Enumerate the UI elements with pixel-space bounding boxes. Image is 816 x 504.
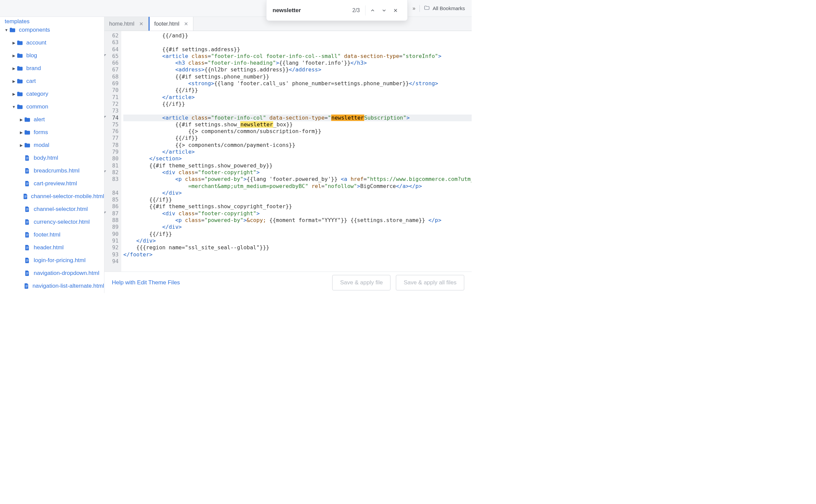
code-line[interactable]: </div>	[123, 238, 472, 244]
editor-tab[interactable]: home.html✕	[104, 17, 149, 31]
tree-file[interactable]: ▶login-for-pricing.html	[0, 254, 104, 267]
fold-toggle-icon[interactable]	[104, 54, 106, 56]
code-line[interactable]: </article>	[123, 149, 472, 155]
code-line[interactable]: {{> components/common/subscription-form}…	[123, 128, 472, 135]
fold-toggle-icon[interactable]	[104, 212, 106, 214]
svg-rect-27	[26, 260, 29, 261]
svg-rect-20	[26, 234, 29, 234]
tree-file[interactable]: ▶footer.html	[0, 228, 104, 241]
svg-rect-31	[26, 274, 28, 275]
code-line[interactable]: </section>	[123, 155, 472, 162]
code-line[interactable]: =merchant&amp;utm_medium=poweredbyBC" re…	[123, 183, 472, 190]
code-line[interactable]: <p class="powered-by">&copy; {{moment fo…	[123, 217, 472, 224]
fold-toggle-icon[interactable]	[104, 116, 106, 118]
code-line[interactable]: {{#if settings.address}}	[123, 46, 472, 53]
folder-icon	[424, 5, 430, 12]
line-number: 74	[104, 115, 119, 121]
code-line[interactable]: <article class="footer-info-col footer-i…	[123, 53, 472, 60]
find-input[interactable]	[273, 7, 348, 14]
code-line[interactable]: <article class="footer-info-col" data-se…	[123, 115, 472, 121]
code-editor[interactable]: {{/and}} {{#if settings.address}} <artic…	[121, 31, 472, 272]
line-number: 90	[104, 231, 119, 238]
code-line[interactable]: {{#if theme_settings.show_copyright_foot…	[123, 203, 472, 210]
code-line[interactable]	[123, 107, 472, 114]
tree-item-truncated[interactable]: templates	[0, 18, 104, 24]
editor-tab[interactable]: footer.html✕	[149, 17, 194, 31]
tree-label: templates	[5, 18, 30, 25]
code-line[interactable]	[123, 258, 472, 265]
code-line[interactable]: <div class="footer-copyright">	[123, 210, 472, 217]
file-icon	[22, 193, 29, 200]
code-line[interactable]: {{/and}}	[123, 32, 472, 39]
find-prev-button[interactable]	[367, 5, 378, 16]
line-number-gutter[interactable]: 6263646566676869707172737475767778798081…	[104, 31, 121, 272]
code-line[interactable]: {{/if}}	[123, 87, 472, 94]
tree-folder[interactable]: ▼components	[0, 24, 104, 36]
save-apply-file-button[interactable]: Save & apply file	[332, 275, 390, 290]
svg-rect-25	[26, 249, 28, 249]
folder-icon	[15, 40, 24, 45]
divider	[365, 5, 366, 15]
code-line[interactable]	[123, 39, 472, 46]
code-line[interactable]: {{/if}}	[123, 135, 472, 141]
svg-rect-30	[26, 273, 29, 274]
code-line[interactable]: </div>	[123, 190, 472, 196]
caret-right-icon: ▶	[12, 66, 15, 71]
code-line[interactable]: {{/if}}	[123, 196, 472, 203]
tree-folder[interactable]: ▶cart	[0, 75, 104, 88]
file-tree-sidebar[interactable]: templates ▼components▶account▶blog▶brand…	[0, 17, 104, 293]
file-icon	[23, 283, 30, 289]
code-line[interactable]: </article>	[123, 94, 472, 101]
tree-folder[interactable]: ▶category	[0, 88, 104, 100]
line-number: 88	[104, 217, 119, 224]
caret-right-icon: ▶	[20, 143, 23, 148]
tree-file[interactable]: ▶breadcrumbs.html	[0, 164, 104, 177]
all-bookmarks-button[interactable]: All Bookmarks	[424, 5, 465, 12]
tree-file[interactable]: ▶channel-selector.html	[0, 203, 104, 216]
code-line[interactable]: {{{region name="ssl_site_seal--global"}}…	[123, 244, 472, 251]
overflow-chevrons-icon[interactable]: »	[412, 5, 415, 11]
code-line[interactable]: <h3 class="footer-info-heading">{{lang '…	[123, 60, 472, 66]
svg-rect-5	[26, 170, 29, 170]
code-line[interactable]: {{#if settings.show_newsletter_box}}	[123, 121, 472, 128]
code-line[interactable]: <strong>{{lang 'footer.call_us' phone_nu…	[123, 80, 472, 87]
file-icon	[23, 206, 32, 213]
tree-folder[interactable]: ▶modal	[0, 139, 104, 152]
tree-folder[interactable]: ▶forms	[0, 126, 104, 139]
code-line[interactable]: <p class="powered-by">{{lang 'footer.pow…	[123, 176, 472, 183]
tree-item-label: navigation-dropdown.html	[34, 270, 99, 277]
tree-folder[interactable]: ▶brand	[0, 62, 104, 75]
code-line[interactable]: <address>{{nl2br settings.address}}</add…	[123, 66, 472, 73]
tree-file[interactable]: ▶channel-selector-mobile.html	[0, 190, 104, 203]
tab-close-icon[interactable]: ✕	[184, 21, 188, 27]
tree-folder[interactable]: ▶account	[0, 36, 104, 49]
tree-file[interactable]: ▶cart-preview.html	[0, 177, 104, 190]
code-line[interactable]: {{/if}}	[123, 101, 472, 107]
code-line[interactable]: {{#if settings.phone_number}}	[123, 73, 472, 80]
find-in-page-bar: 2/3	[266, 0, 408, 21]
fold-toggle-icon[interactable]	[104, 170, 106, 172]
save-apply-all-button[interactable]: Save & apply all files	[396, 275, 464, 290]
help-link[interactable]: Help with Edit Theme Files	[112, 279, 180, 286]
file-icon	[23, 231, 32, 238]
find-next-button[interactable]	[378, 5, 390, 16]
svg-rect-33	[25, 286, 28, 286]
tree-folder[interactable]: ▶blog	[0, 49, 104, 62]
code-line[interactable]: </div>	[123, 224, 472, 230]
folder-icon	[23, 130, 32, 135]
tree-folder[interactable]: ▶alert	[0, 113, 104, 126]
find-close-button[interactable]	[390, 5, 401, 16]
svg-rect-2	[26, 157, 29, 157]
code-line[interactable]: {{/if}}	[123, 231, 472, 238]
code-line[interactable]: <div class="footer-copyright">	[123, 169, 472, 176]
tree-file[interactable]: ▶body.html	[0, 152, 104, 164]
code-line[interactable]: </footer>	[123, 251, 472, 258]
tree-file[interactable]: ▶navigation-list-alternate.html	[0, 280, 104, 292]
code-line[interactable]: {{#if theme_settings.show_powered_by}}	[123, 162, 472, 169]
tree-file[interactable]: ▶currency-selector.html	[0, 216, 104, 228]
tab-close-icon[interactable]: ✕	[139, 21, 144, 27]
tree-file[interactable]: ▶navigation-dropdown.html	[0, 267, 104, 280]
code-line[interactable]: {{> components/common/payment-icons}}	[123, 142, 472, 149]
tree-folder[interactable]: ▼common	[0, 100, 104, 113]
tree-file[interactable]: ▶header.html	[0, 241, 104, 254]
